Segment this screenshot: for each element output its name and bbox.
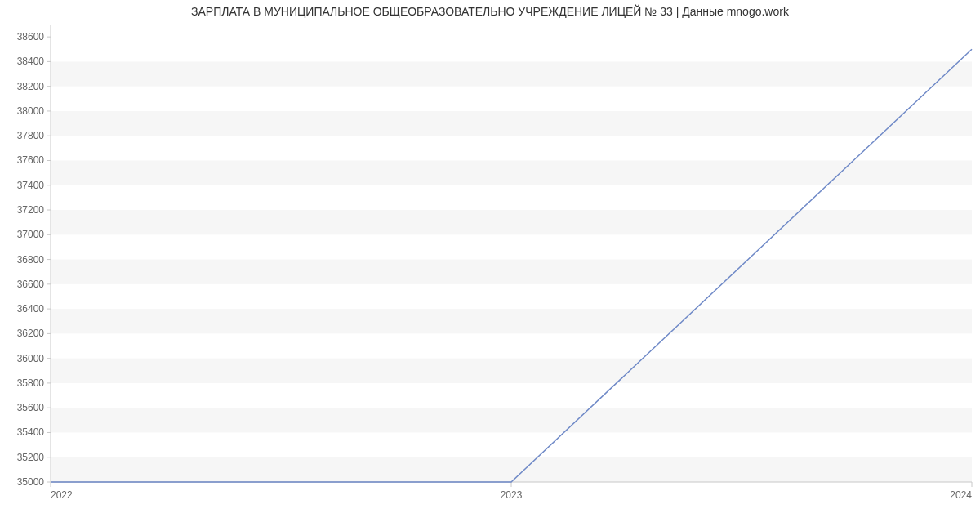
y-tick-label: 35600 xyxy=(17,402,45,413)
y-tick-label: 36600 xyxy=(17,279,45,290)
grid-band xyxy=(51,260,972,284)
grid-band xyxy=(51,61,972,86)
grid-band xyxy=(51,111,972,136)
chart-title: ЗАРПЛАТА В МУНИЦИПАЛЬНОЕ ОБЩЕОБРАЗОВАТЕЛ… xyxy=(0,5,980,18)
y-tick-label: 35400 xyxy=(17,426,45,438)
y-tick-label: 38600 xyxy=(17,31,45,42)
y-tick-label: 38200 xyxy=(17,81,45,92)
y-tick-label: 37000 xyxy=(17,229,45,240)
chart-svg: 3500035200354003560035800360003620036400… xyxy=(0,0,980,531)
y-tick-label: 36400 xyxy=(17,303,45,315)
grid-band xyxy=(51,160,972,185)
x-tick-label: 2024 xyxy=(950,489,972,501)
x-tick-label: 2023 xyxy=(501,489,523,501)
y-tick-label: 36000 xyxy=(17,353,45,364)
grid-band xyxy=(51,309,972,333)
grid-band xyxy=(51,457,972,482)
y-tick-label: 37200 xyxy=(17,204,45,216)
y-tick-label: 35800 xyxy=(17,377,45,389)
y-tick-label: 38400 xyxy=(17,56,45,67)
chart-container: ЗАРПЛАТА В МУНИЦИПАЛЬНОЕ ОБЩЕОБРАЗОВАТЕЛ… xyxy=(0,0,980,531)
y-tick-label: 35000 xyxy=(17,476,45,488)
x-tick-label: 2022 xyxy=(51,489,73,501)
grid-band xyxy=(51,359,972,383)
y-tick-label: 38000 xyxy=(17,105,45,117)
y-tick-label: 37800 xyxy=(17,130,45,141)
grid-band xyxy=(51,408,972,432)
grid-band xyxy=(51,210,972,234)
y-tick-label: 37600 xyxy=(17,154,45,166)
y-tick-label: 36800 xyxy=(17,254,45,266)
y-tick-label: 36200 xyxy=(17,328,45,339)
y-tick-label: 35200 xyxy=(17,452,45,463)
y-tick-label: 37400 xyxy=(17,180,45,191)
